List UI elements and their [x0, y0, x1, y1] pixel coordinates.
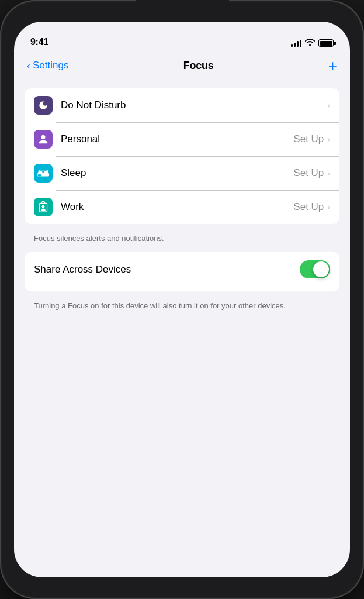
do-not-disturb-label: Do Not Disturb — [61, 99, 326, 111]
notch — [136, 0, 229, 18]
page-title: Focus — [183, 60, 214, 72]
focus-list-card: Do Not Disturb › Personal Set Up — [25, 88, 339, 224]
sleep-label: Sleep — [61, 167, 293, 179]
toggle-knob — [313, 261, 329, 277]
content-area: Do Not Disturb › Personal Set Up — [14, 80, 350, 577]
share-toggle-row: Share Across Devices — [25, 252, 339, 287]
wifi-icon — [305, 39, 315, 47]
svg-rect-2 — [37, 173, 49, 174]
share-devices-card: Share Across Devices — [25, 252, 339, 291]
status-icons — [291, 39, 334, 47]
do-not-disturb-icon — [34, 96, 53, 115]
personal-icon — [34, 130, 53, 149]
back-chevron-icon: ‹ — [27, 60, 30, 71]
svg-rect-4 — [44, 171, 48, 173]
personal-chevron-icon: › — [327, 135, 330, 144]
svg-rect-3 — [38, 171, 42, 173]
phone-screen: 9:41 — [14, 22, 350, 577]
status-bar: 9:41 — [14, 22, 350, 51]
do-not-disturb-action: › — [326, 101, 330, 110]
sleep-action: Set Up › — [293, 167, 330, 179]
sleep-chevron-icon: › — [327, 168, 330, 178]
back-button[interactable]: ‹ Settings — [27, 60, 68, 71]
do-not-disturb-item[interactable]: Do Not Disturb › — [25, 88, 339, 122]
personal-action: Set Up › — [293, 133, 330, 145]
back-label: Settings — [33, 60, 68, 71]
work-setup-label: Set Up — [293, 201, 324, 213]
nav-bar: ‹ Settings Focus + — [14, 51, 350, 80]
phone-frame: 9:41 — [0, 0, 364, 599]
do-not-disturb-chevron-icon: › — [327, 101, 330, 110]
signal-bars-icon — [291, 40, 301, 47]
share-toggle-label: Share Across Devices — [34, 264, 131, 276]
work-chevron-icon: › — [327, 202, 330, 212]
work-action: Set Up › — [293, 201, 330, 213]
sleep-setup-label: Set Up — [293, 167, 324, 179]
sleep-item[interactable]: Sleep Set Up › — [25, 156, 339, 190]
work-item[interactable]: Work Set Up › — [25, 190, 339, 224]
personal-label: Personal — [61, 133, 293, 145]
personal-item[interactable]: Personal Set Up › — [25, 122, 339, 156]
personal-setup-label: Set Up — [293, 133, 324, 145]
svg-point-6 — [42, 205, 45, 208]
share-toggle[interactable] — [300, 260, 330, 278]
add-button[interactable]: + — [328, 58, 337, 73]
focus-caption: Focus silences alerts and notifications. — [25, 229, 339, 252]
sleep-icon — [34, 164, 53, 183]
status-time: 9:41 — [30, 37, 48, 47]
work-label: Work — [61, 201, 293, 213]
work-icon — [34, 198, 53, 216]
share-caption: Turning a Focus on for this device will … — [25, 296, 339, 319]
battery-icon — [318, 39, 334, 47]
